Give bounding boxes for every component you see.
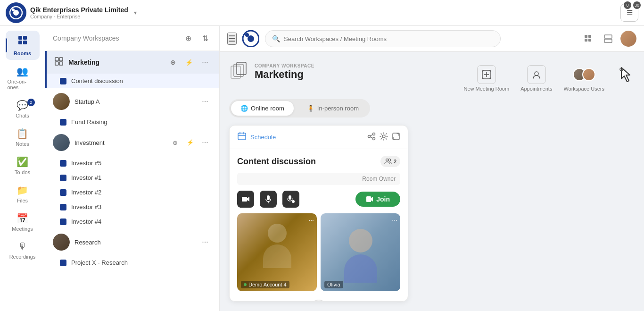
nav-label-chats: Chats bbox=[16, 113, 29, 118]
svg-rect-51 bbox=[366, 196, 371, 202]
chats-badge: 2 bbox=[27, 99, 35, 106]
room-project-x[interactable]: Project X - Research bbox=[45, 255, 219, 270]
recordings-icon: 🎙 bbox=[18, 241, 27, 252]
to-dos-icon: ✅ bbox=[17, 156, 28, 168]
expand-button[interactable] bbox=[392, 132, 400, 143]
user-avatar[interactable] bbox=[620, 31, 636, 47]
svg-line-36 bbox=[370, 134, 373, 136]
tab-online-room[interactable]: 🌐 Online room bbox=[231, 101, 294, 116]
group-startup-a-header[interactable]: Startup A ··· bbox=[45, 88, 219, 115]
svg-rect-42 bbox=[242, 197, 247, 202]
appointments-icon bbox=[527, 65, 546, 84]
schedule-label: Schedule bbox=[250, 134, 363, 141]
sidebar-title: Company Workspaces bbox=[53, 34, 119, 42]
company-chevron-icon[interactable]: ▾ bbox=[134, 9, 137, 16]
share-button[interactable] bbox=[367, 132, 376, 143]
add-room-button[interactable]: ⊕ bbox=[166, 56, 180, 69]
svg-rect-7 bbox=[55, 58, 58, 61]
notification-button[interactable]: ☰ 30 0 bbox=[620, 4, 638, 22]
nav-item-chats[interactable]: 2 💬 Chats bbox=[6, 96, 40, 122]
svg-line-37 bbox=[370, 137, 373, 138]
video-label-olivia: Olivia bbox=[324, 281, 343, 288]
room-owner-bar: Room Owner bbox=[237, 173, 400, 185]
attendees-badge: 2 bbox=[380, 156, 400, 167]
add-participant-button[interactable] bbox=[310, 300, 328, 302]
svg-rect-17 bbox=[588, 39, 591, 42]
room-investor-2[interactable]: Investor #2 bbox=[45, 185, 219, 200]
room-investor-1[interactable]: Investor #1 bbox=[45, 170, 219, 185]
card-header-actions bbox=[367, 132, 400, 143]
workspace-marketing[interactable]: Marketing ⊕ ⚡ ··· bbox=[45, 51, 219, 74]
tab-in-person-room[interactable]: 🧍 In-person room bbox=[297, 101, 368, 116]
room-fund-raising[interactable]: Fund Raising bbox=[45, 115, 219, 129]
group-investment-header[interactable]: Investment ⊕ ⚡ ··· bbox=[45, 129, 219, 156]
attendees-count: 2 bbox=[394, 159, 396, 164]
search-input[interactable] bbox=[284, 35, 494, 42]
add-workspace-button[interactable]: ⊕ bbox=[182, 32, 195, 45]
video-label-demo4: Demo Account 4 bbox=[241, 281, 289, 288]
group-research-header[interactable]: Research ··· bbox=[45, 229, 219, 255]
investment-lightning-button[interactable]: ⚡ bbox=[183, 136, 197, 149]
appointments-action[interactable]: Appointments bbox=[520, 65, 552, 92]
workspace-users-action[interactable]: Workspace Users bbox=[563, 65, 604, 92]
settings-mic-button[interactable] bbox=[282, 191, 299, 208]
investment-menu-button[interactable]: ··· bbox=[198, 136, 212, 149]
meeting-card: Schedule bbox=[229, 125, 408, 302]
new-meeting-room-action[interactable]: New Meeting Room bbox=[464, 65, 510, 92]
group-research-name: Research bbox=[74, 239, 194, 246]
grid-view-button[interactable] bbox=[581, 31, 596, 46]
nav-item-recordings[interactable]: 🎙 Recordings bbox=[6, 237, 40, 263]
workspace-icon-stack bbox=[229, 61, 250, 82]
zero-badge: 0 bbox=[624, 1, 631, 9]
workspace-main: COMPANY WORKSPACE Marketing bbox=[229, 61, 635, 302]
group-research: Research ··· Project X - Research bbox=[45, 229, 219, 270]
room-color-indicator bbox=[60, 160, 66, 167]
company-info: Qik Enterprises Private Limited Company … bbox=[30, 6, 128, 19]
nav-item-meetings[interactable]: 📅 Meetings bbox=[6, 209, 40, 235]
room-color-indicator bbox=[60, 189, 66, 196]
sort-workspace-button[interactable]: ⇅ bbox=[198, 32, 212, 45]
investment-add-button[interactable]: ⊕ bbox=[168, 136, 182, 149]
layout-toggle-button[interactable] bbox=[601, 31, 616, 46]
camera-button[interactable] bbox=[237, 191, 254, 208]
notification-icon: ☰ bbox=[627, 8, 633, 17]
lightning-button[interactable]: ⚡ bbox=[182, 56, 196, 69]
cursor-action[interactable] bbox=[616, 65, 635, 84]
search-icon: 🔍 bbox=[272, 35, 280, 42]
video-menu-demo4[interactable]: ··· bbox=[308, 216, 314, 224]
workspace-icon bbox=[54, 57, 64, 68]
chats-icon: 💬 bbox=[17, 100, 28, 111]
appointments-label: Appointments bbox=[520, 86, 552, 92]
nav-item-rooms[interactable]: Rooms bbox=[6, 31, 40, 60]
video-cell-olivia: Olivia ··· bbox=[321, 213, 400, 291]
hamburger-button[interactable]: ☰ bbox=[227, 33, 237, 45]
join-button[interactable]: Join bbox=[355, 192, 400, 207]
nav-item-one-on-ones[interactable]: 👥 One-on-ones bbox=[6, 62, 40, 94]
nav-label-files: Files bbox=[17, 198, 28, 203]
nav-item-notes[interactable]: 📋 Notes bbox=[6, 124, 40, 151]
nav-item-to-dos[interactable]: ✅ To-dos bbox=[6, 152, 40, 179]
room-investor-4[interactable]: Investor #4 bbox=[45, 214, 219, 229]
workspace-menu-button[interactable]: ··· bbox=[198, 56, 212, 69]
room-investor-3[interactable]: Investor #3 bbox=[45, 200, 219, 214]
research-menu-button[interactable]: ··· bbox=[198, 235, 212, 249]
svg-rect-16 bbox=[585, 39, 587, 42]
video-menu-olivia[interactable]: ··· bbox=[392, 216, 397, 224]
sidebar-scroll: Marketing ⊕ ⚡ ··· Content discussion bbox=[45, 51, 219, 311]
room-investor-5[interactable]: Investor #5 bbox=[45, 156, 219, 170]
room-owner-label: Room Owner bbox=[362, 176, 396, 182]
workspace-area: COMPANY WORKSPACE Marketing bbox=[220, 52, 644, 311]
company-subtitle: Company · Enterprise bbox=[30, 14, 128, 19]
participant-name-demo4: Demo Account 4 bbox=[248, 282, 287, 287]
nav-item-files[interactable]: 📁 Files bbox=[6, 181, 40, 207]
schedule-icon bbox=[237, 131, 247, 143]
startup-a-menu-button[interactable]: ··· bbox=[198, 95, 212, 108]
add-participant-section bbox=[237, 297, 400, 302]
room-content-discussion[interactable]: Content discussion bbox=[45, 74, 219, 88]
microphone-button[interactable] bbox=[260, 191, 277, 208]
settings-button[interactable] bbox=[380, 132, 388, 143]
room-color-indicator bbox=[60, 119, 66, 126]
sidebar-header-actions: ⊕ ⇅ bbox=[182, 32, 212, 45]
notification-count: 30 bbox=[633, 1, 641, 9]
nav-label-one-on-ones: One-on-ones bbox=[8, 79, 38, 90]
